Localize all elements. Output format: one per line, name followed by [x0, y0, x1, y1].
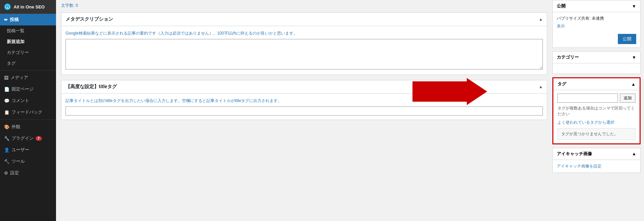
meta-description-title: メタデスクリプション [66, 16, 113, 22]
publish-box-header: 公開 ▼ [553, 0, 640, 12]
category-box-header: カテゴリー ▼ [553, 52, 640, 63]
publish-box-body: パブリサイズ共有: 未連携 表示 公開 [553, 12, 640, 47]
divider-1 [0, 70, 56, 71]
meta-description-body: Google検索結果などに表示される記事の要約です（入力は必須ではありません）。… [61, 26, 547, 75]
sidebar-item-tag[interactable]: タグ [0, 58, 56, 69]
divider-2 [0, 119, 56, 120]
pages-icon: 📄 [4, 87, 10, 92]
users-icon: 👤 [4, 147, 10, 153]
logo-icon: A [4, 3, 11, 10]
publish-box: 公開 ▼ パブリサイズ共有: 未連携 表示 公開 [552, 0, 641, 48]
char-count: 文字数: 0 [61, 3, 547, 8]
tag-box-header: タグ ▲ [553, 78, 640, 90]
sidebar-item-posts-list[interactable]: 投稿一覧 [0, 25, 56, 36]
top-strip: 文字数: 0 [61, 0, 547, 13]
featured-image-body: アイキャッチ画像を設定 [553, 160, 640, 173]
tag-box-body: 追加 タグが複数ある場合はコンマで区切ってください よく使われているタグから選択… [553, 90, 640, 143]
posts-list-label: 投稿一覧 [7, 28, 24, 33]
users-label: ユーザー [12, 147, 29, 153]
sidebar: A All in One SEO ✏ 投稿 投稿一覧 新規追加 カテゴリー タグ… [0, 0, 56, 221]
featured-image-collapse-icon[interactable]: ▲ [632, 151, 636, 156]
publish-status: パブリサイズ共有: 未連携 [557, 16, 636, 21]
sidebar-item-category[interactable]: カテゴリー [0, 47, 56, 58]
title-tag-section: 【高度な設定】titleタグ ▲ 記事タイトルとは別のtitleタグを出力したい… [61, 80, 547, 120]
posts-header-label: 投稿 [10, 17, 19, 23]
logo-text: All in One SEO [14, 4, 45, 9]
posts-icon: ✏ [4, 17, 8, 22]
title-tag-hint: 記事タイトルとは別のtitleタグを出力したい場合に入力します。空欄にすると記事… [66, 98, 543, 104]
right-panel: 公開 ▼ パブリサイズ共有: 未連携 表示 公開 カテゴリー ▼ [552, 0, 644, 221]
title-tag-title: 【高度な設定】titleタグ [66, 84, 117, 90]
category-box: カテゴリー ▼ [552, 51, 641, 74]
meta-description-textarea[interactable] [66, 39, 543, 69]
sidebar-item-settings[interactable]: ⚙ 設定 [0, 167, 56, 179]
meta-description-header: メタデスクリプション ▲ [61, 13, 547, 26]
center-panel: 文字数: 0 メタデスクリプション ▲ Google検索結果などに表示される記事… [56, 0, 552, 221]
title-tag-header: 【高度な設定】titleタグ ▲ [61, 80, 547, 94]
publish-display-link[interactable]: 表示 [557, 24, 565, 28]
appearance-icon: 🎨 [4, 124, 10, 129]
tag-label: タグ [7, 61, 16, 66]
tag-hint-text: タグが複数ある場合はコンマで区切ってください [557, 105, 636, 117]
plugins-badge: 7 [36, 136, 42, 141]
meta-description-section: メタデスクリプション ▲ Google検索結果などに表示される記事の要約です（入… [61, 13, 547, 75]
plugins-icon: 🔧 [4, 136, 10, 141]
media-icon: 🖼 [4, 75, 8, 80]
char-value: 0 [76, 3, 78, 8]
meta-description-hint: Google検索結果などに表示される記事の要約です（入力は必須ではありません）。… [66, 30, 543, 36]
appearance-label: 外観 [12, 124, 20, 130]
tag-collapse-icon[interactable]: ▲ [631, 82, 636, 87]
sidebar-item-comments[interactable]: 💬 コメント [0, 95, 56, 106]
publish-title: 公開 [557, 3, 566, 9]
featured-image-title: アイキャッチ画像 [557, 151, 592, 157]
category-collapse-icon[interactable]: ▼ [632, 55, 636, 60]
main-wrapper: 文字数: 0 メタデスクリプション ▲ Google検索結果などに表示される記事… [56, 0, 644, 221]
tag-add-button[interactable]: 追加 [620, 94, 636, 103]
char-label: 文字数: [61, 3, 74, 8]
media-label: メディア [11, 75, 28, 81]
svg-text:A: A [6, 6, 8, 8]
featured-image-set-link[interactable]: アイキャッチ画像を設定 [557, 164, 602, 168]
tools-icon: 🔨 [4, 159, 10, 164]
tag-empty-message: タグが見つかりませんでした。 [557, 128, 636, 140]
publish-button[interactable]: 公開 [618, 34, 636, 44]
sidebar-item-appearance[interactable]: 🎨 外観 [0, 121, 56, 133]
new-post-label: 新規追加 [7, 39, 24, 44]
comments-icon: 💬 [4, 98, 10, 103]
featured-image-box: アイキャッチ画像 ▲ アイキャッチ画像を設定 [552, 148, 641, 173]
category-label: カテゴリー [7, 50, 29, 55]
feedback-icon: 📋 [4, 110, 10, 115]
sidebar-item-tools[interactable]: 🔨 ツール [0, 156, 56, 167]
plugins-label: プラグイン [12, 135, 34, 141]
tag-title: タグ [557, 81, 566, 87]
sidebar-item-new-post[interactable]: 新規追加 [0, 36, 56, 47]
category-title: カテゴリー [557, 54, 579, 60]
publish-status-label: パブリサイズ共有: 未連携 [557, 16, 604, 21]
tag-select-popular-link[interactable]: よく使われているタグから選択 [557, 120, 636, 125]
featured-image-header: アイキャッチ画像 ▲ [553, 148, 640, 160]
comments-label: コメント [12, 98, 29, 104]
sidebar-item-plugins[interactable]: 🔧 プラグイン 7 [0, 133, 56, 144]
title-tag-input[interactable] [66, 106, 543, 116]
category-box-body [553, 63, 640, 74]
tools-label: ツール [12, 158, 25, 164]
settings-icon: ⚙ [4, 170, 8, 176]
title-collapse-icon[interactable]: ▲ [539, 84, 543, 89]
tag-box: タグ ▲ 追加 タグが複数ある場合はコンマで区切ってください よく使われているタ… [552, 77, 641, 144]
pages-label: 固定ページ [12, 86, 34, 92]
tag-input-row: 追加 [557, 94, 636, 103]
title-tag-body: 記事タイトルとは別のtitleタグを出力したい場合に入力します。空欄にすると記事… [61, 94, 547, 120]
publish-collapse-icon[interactable]: ▼ [632, 4, 636, 9]
settings-label: 設定 [10, 170, 19, 176]
sidebar-item-feedback[interactable]: 📋 フィードバック [0, 106, 56, 118]
sidebar-logo: A All in One SEO [0, 0, 56, 14]
feedback-label: フィードバック [12, 109, 42, 115]
tag-input-field[interactable] [557, 94, 618, 103]
sidebar-item-pages[interactable]: 📄 固定ページ [0, 83, 56, 95]
sidebar-item-media[interactable]: 🖼 メディア [0, 72, 56, 83]
sidebar-posts-header[interactable]: ✏ 投稿 [0, 14, 56, 25]
meta-collapse-icon[interactable]: ▲ [539, 17, 543, 22]
sidebar-item-users[interactable]: 👤 ユーザー [0, 144, 56, 156]
